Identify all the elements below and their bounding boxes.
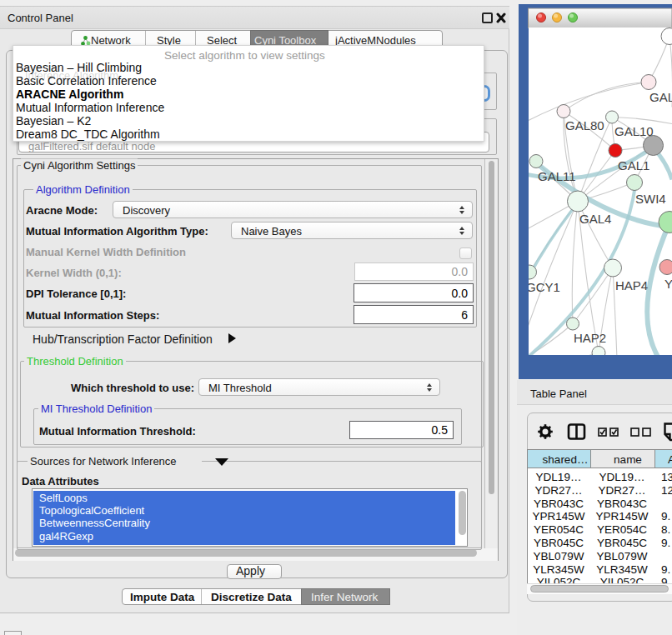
svg-text:Y: Y	[664, 277, 672, 291]
svg-text:GAL10: GAL10	[614, 124, 654, 138]
svg-text:GAL4: GAL4	[579, 212, 611, 226]
svg-text:GAL11: GAL11	[538, 169, 576, 183]
svg-text:HAP2: HAP2	[574, 331, 606, 345]
svg-text:SWI4: SWI4	[635, 192, 666, 206]
svg-text:HAP4: HAP4	[615, 278, 648, 292]
svg-text:GAL1: GAL1	[618, 158, 649, 172]
svg-text:GAL80: GAL80	[565, 118, 604, 132]
svg-text:GAL: GAL	[649, 90, 672, 104]
svg-text:GCY1: GCY1	[526, 280, 560, 294]
